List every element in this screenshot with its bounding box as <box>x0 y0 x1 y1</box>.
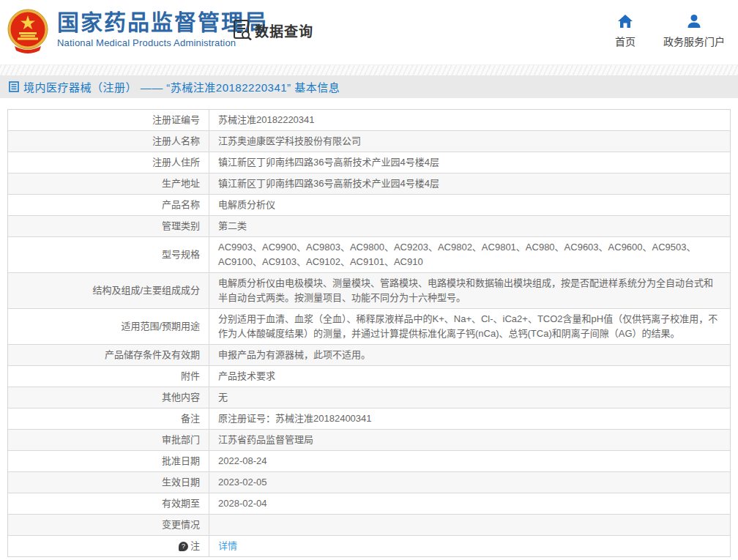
table-row: 注册人名称江苏奥迪康医学科技股份有限公司 <box>8 130 730 152</box>
row-value: 电解质分析仪 <box>209 195 730 215</box>
table-row: 审批部门江苏省药品监督管理局 <box>8 429 730 450</box>
table-row: 变更情况 <box>8 514 730 535</box>
row-value: 原注册证号：苏械注准20182400341 <box>209 408 730 429</box>
row-label: 结构及组成/主要组成成分 <box>8 273 209 308</box>
row-label: 有效期至 <box>8 493 209 514</box>
row-value: 江苏省药品监督管理局 <box>209 430 730 450</box>
note-icon: ? <box>179 542 188 551</box>
table-row: 注册人住所镇江新区丁卯南纬四路36号高新技术产业园4号楼4层 <box>8 152 730 173</box>
row-label: 附件 <box>8 366 209 387</box>
row-label: 批准日期 <box>8 451 209 471</box>
striped-divider <box>0 64 738 75</box>
row-value: 分别适用于血清、血浆（全血）、稀释尿液样品中的K+、Na+、Cl-、iCa2+、… <box>209 309 730 344</box>
row-value: 详情 <box>209 536 730 556</box>
table-row: 适用范围/预期用途分别适用于血清、血浆（全血）、稀释尿液样品中的K+、Na+、C… <box>8 308 730 344</box>
row-label: 产品储存条件及有效期 <box>8 345 209 365</box>
table-row: 生效日期2023-02-05 <box>8 471 730 493</box>
row-label: 生效日期 <box>8 472 209 493</box>
row-label: 其他内容 <box>8 387 209 408</box>
list-icon <box>9 81 19 92</box>
home-icon <box>617 13 633 29</box>
row-value: 江苏奥迪康医学科技股份有限公司 <box>209 131 730 152</box>
table-row: 附件产品技术要求 <box>8 365 730 387</box>
table-row: 有效期至2028-02-04 <box>8 493 730 514</box>
row-label: 变更情况 <box>8 515 209 535</box>
row-value <box>209 515 730 535</box>
table-row: 生产地址镇江新区丁卯南纬四路36号高新技术产业园4号楼4层 <box>8 173 730 194</box>
row-label: 生产地址 <box>8 173 209 194</box>
top-nav: 首页 政务服务门户 <box>615 13 725 48</box>
row-value: 电解质分析仪由电极模块、测量模块、管路模块、电路模块和数据输出模块组成，按是否配… <box>209 273 730 308</box>
details-link[interactable]: 详情 <box>218 539 237 553</box>
nav-home-label: 首页 <box>615 34 636 48</box>
breadcrumb-text: 境内医疗器械（注册） —— “苏械注准20182220341” 基本信息 <box>23 79 340 94</box>
table-row: ?注详情 <box>8 535 730 556</box>
table-row: 管理类别第二类 <box>8 215 730 236</box>
row-label: ?注 <box>8 536 209 556</box>
nav-gov-portal[interactable]: 政务服务门户 <box>663 13 725 48</box>
table-row: 产品储存条件及有效期申报产品为有源器械，此项不适用。 <box>8 344 730 365</box>
row-label: 注册人住所 <box>8 152 209 173</box>
row-value: 产品技术要求 <box>209 366 730 387</box>
data-query-section[interactable]: 数据查询 <box>233 20 313 40</box>
row-label: 型号规格 <box>8 237 209 272</box>
table-row: 结构及组成/主要组成成分电解质分析仪由电极模块、测量模块、管路模块、电路模块和数… <box>8 272 730 308</box>
row-value: 苏械注准20182220341 <box>209 110 730 130</box>
row-value: 镇江新区丁卯南纬四路36号高新技术产业园4号楼4层 <box>209 152 730 173</box>
row-value: AC9903、AC9900、AC9803、AC9800、AC9203、AC980… <box>209 237 730 272</box>
national-emblem-logo <box>7 8 48 53</box>
row-label: 适用范围/预期用途 <box>8 309 209 344</box>
row-value: 镇江新区丁卯南纬四路36号高新技术产业园4号楼4层 <box>209 173 730 194</box>
row-value: 2028-02-04 <box>209 493 730 514</box>
row-value: 申报产品为有源器械，此项不适用。 <box>209 345 730 365</box>
row-label: 注册人名称 <box>8 131 209 152</box>
row-value: 第二类 <box>209 216 730 236</box>
row-label: 审批部门 <box>8 430 209 450</box>
table-row: 型号规格AC9903、AC9900、AC9803、AC9800、AC9203、A… <box>8 236 730 272</box>
row-value: 2022-08-24 <box>209 451 730 471</box>
breadcrumb-bar: 境内医疗器械（注册） —— “苏械注准20182220341” 基本信息 <box>0 75 738 98</box>
registration-info-table: 注册证编号苏械注准20182220341注册人名称江苏奥迪康医学科技股份有限公司… <box>7 109 731 557</box>
document-search-icon <box>233 20 252 40</box>
row-value: 2023-02-05 <box>209 472 730 493</box>
nav-home[interactable]: 首页 <box>615 13 636 48</box>
table-row: 其他内容无 <box>8 387 730 408</box>
page-header: 国家药品监督管理局 National Medical Products Admi… <box>0 0 738 64</box>
table-row: 备注原注册证号：苏械注准20182400341 <box>8 408 730 429</box>
row-label: 备注 <box>8 408 209 429</box>
data-query-label: 数据查询 <box>255 20 313 40</box>
row-label: 注册证编号 <box>8 110 209 130</box>
nav-gov-portal-label: 政务服务门户 <box>663 34 725 48</box>
table-row: 产品名称电解质分析仪 <box>8 194 730 215</box>
row-value: 无 <box>209 387 730 408</box>
table-row: 注册证编号苏械注准20182220341 <box>8 110 730 130</box>
user-icon <box>686 13 702 29</box>
row-label: 产品名称 <box>8 195 209 215</box>
row-label: 管理类别 <box>8 216 209 236</box>
table-row: 批准日期2022-08-24 <box>8 450 730 471</box>
